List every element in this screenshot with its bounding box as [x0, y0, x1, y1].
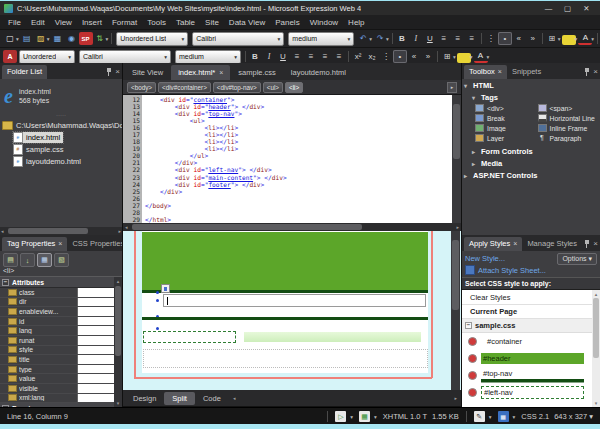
collapse-icon[interactable]: − — [465, 322, 472, 329]
style-application-icon[interactable]: ▦ — [359, 411, 370, 422]
maximize-button[interactable]: ▢ — [558, 2, 577, 15]
set-properties-view-icon[interactable]: ▦ — [37, 253, 52, 267]
categorized-view-icon[interactable]: ▤ — [3, 253, 18, 267]
increase-indent-icon-2[interactable]: » — [421, 50, 435, 63]
chevron-down-icon[interactable]: ▾ — [591, 36, 594, 42]
toolbox-group-tags[interactable]: ▾ Tags — [462, 91, 600, 103]
scroll-left-icon[interactable]: ◂ — [1, 227, 4, 235]
clear-styles-item[interactable]: Clear Styles — [462, 290, 592, 304]
code-vscrollbar[interactable] — [452, 95, 461, 223]
toolbox-group-asp-net-controls[interactable]: ▸ASP.NET Controls — [462, 169, 600, 181]
open-folder-icon[interactable]: ▨ — [34, 32, 48, 45]
design-page[interactable] — [142, 231, 428, 373]
style-list-vscrollbar[interactable]: ▴ ▾ — [592, 290, 600, 407]
close-icon[interactable]: × — [498, 68, 502, 75]
scrollbar-thumb[interactable] — [115, 286, 121, 356]
scroll-right-icon[interactable]: ▸ — [454, 394, 457, 402]
menu-window[interactable]: Window — [305, 18, 343, 27]
align-center-icon-2[interactable]: ≡ — [304, 50, 318, 63]
attribute-row-title[interactable]: title — [0, 355, 122, 365]
close-icon[interactable]: × — [593, 240, 598, 248]
chevron-down-icon[interactable]: ▾ — [470, 54, 473, 60]
menu-help[interactable]: Help — [343, 18, 369, 27]
attribute-row-xml-lang[interactable]: xml:lang — [0, 394, 122, 404]
publish-icon[interactable]: ⇅ — [93, 32, 107, 45]
new-style-link[interactable]: New Style... — [465, 254, 505, 263]
chevron-down-icon[interactable]: ▾ — [489, 414, 492, 420]
underline-icon-2[interactable]: U — [276, 50, 290, 63]
bullets-icon[interactable]: • — [498, 32, 512, 45]
summary-view-icon[interactable]: ▧ — [54, 253, 69, 267]
subscript-icon[interactable]: x₂ — [365, 50, 379, 63]
close-icon[interactable]: × — [219, 69, 223, 76]
tab-site-view[interactable]: Site View — [125, 65, 170, 80]
minimize-button[interactable]: — — [539, 2, 558, 15]
font-color-icon-2[interactable]: A — [474, 51, 488, 63]
italic-icon[interactable]: I — [409, 32, 423, 45]
scroll-up-icon[interactable]: ▴ — [592, 290, 600, 298]
open-site-icon[interactable]: ▤ — [20, 32, 34, 45]
scrollbar-thumb[interactable] — [452, 240, 459, 310]
font-family-dropdown-2[interactable]: Calibri▾ — [79, 50, 171, 64]
attribute-row-style[interactable]: style — [0, 346, 122, 356]
css-schema-indicator[interactable]: CSS 2.1 — [521, 412, 549, 421]
numbering-icon-2[interactable]: ⋮ — [379, 50, 393, 63]
attribute-row-enableview[interactable]: enableview... — [0, 307, 122, 317]
attach-stylesheet-link[interactable]: Attach Style Sheet... — [478, 266, 546, 275]
align-right-icon[interactable]: ≡ — [465, 32, 479, 45]
design-hscrollbar[interactable]: ◂ ▸ — [231, 394, 459, 402]
align-left-icon-2[interactable]: ≡ — [290, 50, 304, 63]
toolbox-group-media[interactable]: ▸Media — [462, 157, 600, 169]
visual-aids-icon[interactable]: ▷ — [335, 411, 346, 422]
design-view[interactable] — [123, 231, 461, 390]
new-document-icon[interactable]: ▢ — [3, 32, 17, 45]
align-center-icon[interactable]: ≡ — [451, 32, 465, 45]
style-dropdown[interactable]: Unordered List▾ — [116, 32, 188, 46]
pin-icon[interactable] — [106, 68, 112, 76]
design-footer-block[interactable] — [143, 349, 428, 368]
file-index-html[interactable]: eindex.html — [13, 132, 63, 143]
li-tag-badge[interactable] — [161, 284, 170, 293]
redo-icon[interactable]: ↷ — [373, 32, 387, 45]
tag-properties-vscrollbar[interactable]: ▴ ▾ — [114, 277, 122, 407]
view-tab-design[interactable]: Design — [125, 392, 164, 405]
tab-sample-css[interactable]: sample.css — [231, 65, 283, 80]
toolbox-item-span[interactable]: <span> — [538, 104, 600, 112]
menu-table[interactable]: Table — [171, 18, 200, 27]
options-button[interactable]: Options ▾ — [557, 253, 597, 265]
tab-index-html[interactable]: index.html*× — [171, 65, 230, 80]
close-icon[interactable]: × — [115, 68, 120, 76]
borders-icon[interactable]: ⊞ — [545, 32, 559, 45]
apply-styles-icon[interactable]: A — [3, 50, 17, 63]
code-editor[interactable]: <div id="container"> <div id="header"> <… — [142, 95, 452, 223]
style-item-header[interactable]: #header — [462, 350, 592, 367]
chevron-down-icon[interactable]: ▾ — [16, 36, 19, 42]
close-icon[interactable]: × — [593, 68, 598, 76]
chevron-down-icon[interactable]: ▾ — [47, 36, 50, 42]
compatibility-icon[interactable]: ▦ — [498, 411, 509, 422]
selected-list-item[interactable] — [163, 294, 426, 307]
view-tab-split[interactable]: Split — [164, 392, 195, 405]
design-main-content-block[interactable] — [244, 332, 421, 342]
chevron-down-icon[interactable]: ▾ — [374, 414, 377, 420]
close-icon[interactable]: × — [58, 240, 62, 247]
tab-css-properties[interactable]: CSS Properties — [67, 237, 122, 251]
chevron-down-icon[interactable]: ▾ — [453, 54, 456, 60]
bold-icon-2[interactable]: B — [248, 50, 262, 63]
crumb-body[interactable]: <body> — [127, 82, 156, 93]
style-item-container[interactable]: #container — [462, 333, 592, 350]
tab-apply-styles[interactable]: Apply Styles× — [464, 237, 522, 251]
alphabetical-view-icon[interactable]: ↓ — [20, 253, 35, 267]
chevron-down-icon[interactable]: ▾ — [487, 54, 490, 60]
toolbox-item-layer[interactable]: Layer — [475, 134, 538, 142]
attribute-row-runat[interactable]: runat — [0, 336, 122, 346]
menu-format[interactable]: Format — [107, 18, 142, 27]
style-item-left-nav[interactable]: #left-nav — [462, 384, 592, 401]
scrollbar-thumb[interactable] — [453, 104, 460, 159]
scroll-down-icon[interactable]: ▾ — [592, 399, 600, 407]
crumb-div-top-nav[interactable]: <div#top-nav> — [213, 82, 261, 93]
code-hscrollbar[interactable]: ◂ ▸ — [123, 223, 461, 231]
superpreview-icon[interactable]: SP — [79, 32, 93, 45]
chevron-down-icon[interactable]: ▾ — [575, 36, 578, 42]
toolbox-group-html[interactable]: ▾ HTML — [462, 79, 600, 91]
